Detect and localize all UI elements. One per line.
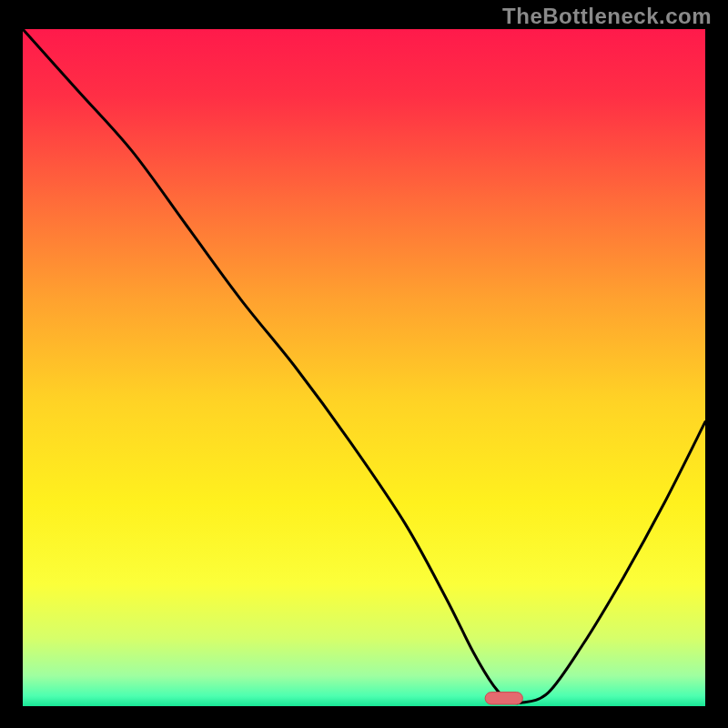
plot-background: [23, 29, 705, 706]
chart-frame: TheBottleneck.com: [0, 0, 728, 728]
optimal-marker: [485, 693, 522, 704]
bottleneck-chart: [23, 29, 705, 706]
watermark-text: TheBottleneck.com: [502, 4, 712, 29]
